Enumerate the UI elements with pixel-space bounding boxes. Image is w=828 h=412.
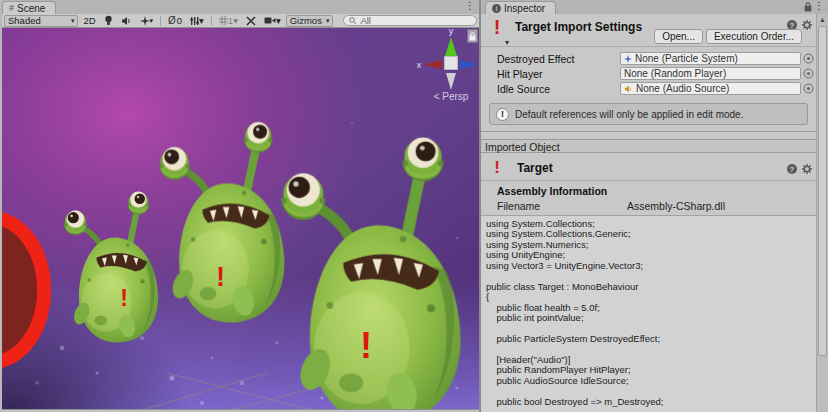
filename-value: Assembly-CSharp.dll — [627, 200, 725, 212]
gizmos-label: Gizmos — [290, 15, 322, 26]
particle-system-icon — [624, 55, 632, 63]
unity-editor-window: # Scene ⋮ Shaded ▾ 2D ▾ Ø — [0, 0, 828, 412]
script-warning-icon: ! — [487, 159, 507, 176]
scene-lock-button[interactable] — [467, 29, 478, 43]
info-icon: i — [492, 4, 501, 13]
field-row: Hit Player None (Random Player) — [481, 66, 816, 81]
chevron-down-icon: ▾ — [326, 17, 330, 25]
field-row: Destroyed Effect None (Particle System) — [481, 51, 816, 66]
eye-off-icon: Ø — [168, 15, 176, 26]
lighting-toggle[interactable] — [101, 15, 116, 27]
sliders-icon — [190, 16, 199, 26]
scroll-up-arrow-icon[interactable]: ▲ — [817, 14, 828, 25]
lock-icon — [469, 32, 476, 41]
import-settings-header: ! Target Import Settings ? ▾ Open... Exe… — [481, 14, 816, 46]
scene-tab-label: Scene — [17, 3, 45, 14]
camera-icon — [264, 16, 276, 25]
scene-render: ! ! ! y x z < Persp — [2, 28, 479, 409]
filename-label: Filename — [497, 200, 627, 212]
target-object-header: ! Target ? — [481, 153, 816, 181]
tab-inspector[interactable]: i Inspector — [485, 1, 556, 14]
missing-script-marker: ! — [360, 325, 372, 366]
assembly-heading: Assembly Information — [497, 185, 816, 197]
gizmos-dropdown[interactable]: Gizmos ▾ — [286, 15, 334, 27]
2d-label: 2D — [83, 15, 95, 26]
tools-icon — [246, 16, 256, 26]
inspector-lock-icon[interactable] — [804, 2, 812, 14]
field-label: Idle Source — [497, 83, 620, 95]
script-source-text: using System.Collections; using System.C… — [486, 219, 814, 412]
script-warning-icon: ! — [487, 17, 507, 37]
missing-script-marker: ! — [120, 284, 128, 311]
hit-player-object-field[interactable]: None (Random Player) — [620, 67, 801, 80]
inspector-scrollbar[interactable]: ▲ — [816, 14, 828, 412]
projection-toggle[interactable]: < Persp — [434, 91, 469, 102]
scene-viewport[interactable]: ! ! ! y x z < Persp — [2, 28, 479, 409]
object-picker-icon[interactable] — [803, 68, 814, 79]
scene-search-input[interactable]: All — [343, 15, 477, 26]
audio-toggle[interactable] — [118, 15, 135, 27]
hidden-count: 0 — [177, 15, 182, 26]
scene-view-options-dropdown[interactable]: ▾ — [187, 15, 207, 27]
field-label: Hit Player — [497, 68, 620, 80]
help-box-text: Default references will only be applied … — [515, 109, 743, 120]
object-field-value: None (Audio Source) — [636, 83, 729, 94]
chevron-down-icon: ▾ — [71, 17, 75, 25]
component-tools-button[interactable] — [243, 15, 259, 27]
object-picker-icon[interactable] — [803, 53, 814, 64]
target-object-title: Target — [517, 161, 787, 175]
imported-object-strip: Imported Object — [481, 139, 816, 153]
inspector-content: ! Target Import Settings ? ▾ Open... Exe… — [481, 14, 828, 412]
object-field-value: None (Random Player) — [624, 68, 726, 79]
scene-tabbar: # Scene ⋮ — [2, 0, 479, 14]
default-references-fields: Destroyed Effect None (Particle System) … — [481, 47, 816, 98]
effects-dropdown[interactable]: ▾ — [137, 15, 157, 27]
bulb-icon — [104, 15, 113, 26]
inspector-panel: i Inspector ⋮ ! Target Import Settings ?… — [481, 0, 828, 412]
idle-source-object-field[interactable]: None (Audio Source) — [620, 82, 801, 95]
toolbar-separator — [160, 16, 161, 26]
grid-snap-dropdown[interactable]: 1 ▾ — [216, 15, 241, 27]
chevron-down-icon: ▾ — [276, 15, 281, 26]
destroyed-effect-object-field[interactable]: None (Particle System) — [620, 52, 801, 65]
execution-order-button[interactable]: Execution Order... — [706, 29, 802, 44]
scene-menu-icon[interactable]: ⋮ — [465, 1, 475, 11]
shading-mode-label: Shaded — [8, 15, 67, 26]
audio-source-icon — [624, 85, 633, 93]
gear-icon[interactable] — [802, 20, 812, 30]
inspector-tab-label: Inspector — [504, 3, 545, 14]
camera-dropdown[interactable]: ▾ — [261, 15, 284, 27]
chevron-down-icon: ▾ — [150, 17, 154, 25]
scene-toolbar: Shaded ▾ 2D ▾ Ø 0 ▾ — [2, 14, 479, 28]
search-icon — [349, 17, 357, 25]
shading-mode-dropdown[interactable]: Shaded ▾ — [4, 15, 78, 27]
gizmo-cube[interactable] — [445, 57, 458, 70]
object-picker-icon[interactable] — [803, 83, 814, 94]
2d-toggle[interactable]: 2D — [80, 15, 98, 27]
help-icon[interactable]: ? — [787, 164, 797, 174]
tab-scene[interactable]: # Scene — [2, 1, 56, 14]
inspector-menu-icon[interactable]: ⋮ — [814, 1, 824, 11]
object-field-value: None (Particle System) — [635, 53, 738, 64]
missing-script-marker: ! — [216, 262, 225, 292]
field-row: Idle Source None (Audio Source) — [481, 81, 816, 96]
toolbar-separator — [211, 16, 212, 26]
scrollbar-thumb[interactable] — [818, 26, 827, 356]
gear-icon[interactable] — [802, 164, 812, 174]
grid-icon — [219, 16, 228, 25]
inspector-tabbar: i Inspector ⋮ — [481, 0, 828, 14]
help-box: ! Default references will only be applie… — [489, 103, 808, 125]
assembly-information-section: Assembly Information Filename Assembly-C… — [481, 181, 816, 215]
axis-x-label: x — [417, 60, 422, 70]
chevron-down-icon: ▾ — [233, 15, 238, 26]
chevron-down-icon: ▾ — [199, 15, 204, 26]
open-button[interactable]: Open... — [654, 29, 703, 44]
hidden-objects-toggle[interactable]: Ø 0 — [165, 15, 185, 27]
scene-search-value: All — [360, 15, 371, 26]
scene-panel: # Scene ⋮ Shaded ▾ 2D ▾ Ø — [0, 0, 479, 412]
axis-y-label: y — [449, 28, 454, 36]
divider — [481, 131, 816, 132]
foldout-arrow-icon[interactable]: ▾ — [505, 38, 509, 47]
script-preview: using System.Collections; using System.C… — [481, 215, 816, 412]
effects-icon — [140, 16, 150, 26]
